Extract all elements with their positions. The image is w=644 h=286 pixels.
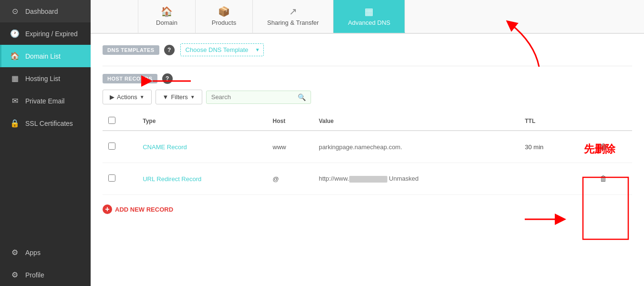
- row1-checkbox-cell: [103, 131, 137, 163]
- row2-value-prefix: http://www.: [319, 175, 349, 182]
- sidebar-item-profile[interactable]: ⚙ Profile: [0, 264, 91, 286]
- row2-type[interactable]: URL Redirect Record: [137, 163, 267, 195]
- row1-checkbox[interactable]: [108, 143, 115, 150]
- clock-icon: 🕐: [10, 29, 20, 38]
- tab-dns-label: Advanced DNS: [348, 19, 390, 26]
- dns-templates-section: DNS TEMPLATES ? Choose DNS Template: [103, 43, 632, 56]
- filters-caret-icon: ▼: [190, 94, 195, 100]
- tab-domain-label: Domain: [156, 19, 177, 26]
- row1-delete-cell: 🗑: [575, 131, 632, 163]
- sidebar-item-dashboard-label: Dashboard: [25, 8, 58, 15]
- row1-type[interactable]: CNAME Record: [137, 131, 267, 163]
- row1-value: parkingpage.namecheap.com.: [313, 131, 519, 163]
- sidebar-item-private-email[interactable]: ✉ Private Email: [0, 90, 91, 112]
- row1-host: www: [267, 131, 313, 163]
- table-col-value: Value: [313, 112, 519, 131]
- domain-tab-icon: 🏠: [161, 6, 173, 17]
- profile-icon: ⚙: [10, 270, 20, 279]
- main-content: 🏠 Domain 📦 Products ↗ Sharing & Transfer…: [91, 0, 644, 286]
- add-circle-icon: +: [103, 204, 112, 214]
- table-col-type: Type: [137, 112, 267, 131]
- table-col-ttl: TTL: [519, 112, 575, 131]
- sidebar-item-expiring[interactable]: 🕐 Expiring / Expired: [0, 22, 91, 45]
- row2-checkbox[interactable]: [108, 174, 115, 182]
- filter-icon: ▼: [163, 93, 169, 101]
- actions-caret-icon: ▼: [140, 94, 145, 100]
- dns-templates-header: DNS TEMPLATES ? Choose DNS Template: [103, 43, 632, 56]
- select-all-checkbox[interactable]: [108, 117, 115, 124]
- table-col-actions: [575, 112, 632, 131]
- server-icon: ▦: [10, 74, 20, 83]
- lock-icon: 🔒: [10, 119, 20, 128]
- row2-ttl: [519, 163, 575, 195]
- host-records-badge: HOST RECORDS: [103, 74, 157, 83]
- dns-templates-help-icon[interactable]: ?: [164, 45, 175, 55]
- play-icon: ▶: [110, 93, 114, 101]
- tab-advanced-dns[interactable]: ▦ Advanced DNS: [333, 0, 405, 33]
- row2-value-suffix: Unmasked: [387, 175, 419, 182]
- sidebar-item-apps-label: Apps: [25, 249, 41, 256]
- table-row: CNAME Record www parkingpage.namecheap.c…: [103, 131, 632, 163]
- sidebar-item-ssl-label: SSL Certificates: [25, 120, 73, 127]
- add-record-row: + ADD NEW RECORD: [103, 197, 632, 219]
- row2-checkbox-cell: [103, 163, 137, 195]
- dns-tab-icon: ▦: [364, 6, 374, 17]
- dns-template-select-wrapper: Choose DNS Template: [180, 43, 264, 56]
- records-toolbar: ▶ Actions ▼ ▼ Filters ▼ 🔍: [103, 90, 632, 104]
- sidebar-item-expiring-label: Expiring / Expired: [25, 30, 78, 38]
- sidebar-item-domain-list-label: Domain List: [25, 52, 61, 60]
- sidebar-item-profile-label: Profile: [25, 271, 44, 279]
- sidebar-item-email-label: Private Email: [25, 97, 64, 105]
- host-records-section: HOST RECORDS ? ▶ Actions ▼ ▼ Filters ▼ 🔍: [103, 73, 632, 219]
- search-box: 🔍: [206, 91, 311, 104]
- filters-button[interactable]: ▼ Filters ▼: [156, 90, 202, 104]
- dns-template-select[interactable]: Choose DNS Template: [180, 43, 264, 56]
- records-table: Type Host Value TTL CNAME Record www par…: [103, 112, 632, 195]
- row2-blurred-domain: [349, 176, 387, 183]
- sidebar: ⊙ Dashboard 🕐 Expiring / Expired 🏠 Domai…: [0, 0, 91, 286]
- email-icon: ✉: [10, 96, 20, 105]
- tab-domain[interactable]: 🏠 Domain: [138, 0, 196, 33]
- search-icon: 🔍: [298, 93, 306, 101]
- apps-icon: ⚙: [10, 248, 20, 257]
- tab-sharing-label: Sharing & Transfer: [267, 19, 319, 26]
- tab-sharing-transfer[interactable]: ↗ Sharing & Transfer: [253, 0, 333, 33]
- tab-empty: [91, 0, 138, 33]
- host-records-help-icon[interactable]: ?: [162, 73, 173, 84]
- dashboard-icon: ⊙: [10, 7, 20, 16]
- actions-label: Actions: [117, 93, 137, 101]
- actions-button[interactable]: ▶ Actions ▼: [103, 90, 152, 104]
- table-header: Type Host Value TTL: [103, 112, 632, 131]
- sidebar-item-hosting-label: Hosting List: [25, 75, 60, 82]
- sidebar-item-domain-list[interactable]: 🏠 Domain List: [0, 45, 91, 67]
- search-input[interactable]: [211, 93, 298, 101]
- divider-1: [103, 66, 632, 66]
- row2-host: @: [267, 163, 313, 195]
- sidebar-item-hosting-list[interactable]: ▦ Hosting List: [0, 67, 91, 90]
- dns-templates-badge: DNS TEMPLATES: [103, 45, 159, 55]
- row2-delete-cell: 🗑: [575, 163, 632, 195]
- row2-value: http://www. Unmasked: [313, 163, 519, 195]
- filters-label: Filters: [171, 93, 187, 101]
- add-record-label: ADD NEW RECORD: [115, 206, 173, 213]
- tab-products[interactable]: 📦 Products: [196, 0, 253, 33]
- add-new-record-button[interactable]: + ADD NEW RECORD: [103, 199, 173, 217]
- sharing-tab-icon: ↗: [289, 6, 297, 17]
- tab-products-label: Products: [212, 19, 236, 26]
- sidebar-item-ssl[interactable]: 🔒 SSL Certificates: [0, 112, 91, 134]
- row1-ttl: 30 min: [519, 131, 575, 163]
- row1-delete-button[interactable]: 🗑: [591, 138, 616, 156]
- sidebar-item-apps[interactable]: ⚙ Apps: [0, 241, 91, 264]
- table-col-checkbox: [103, 112, 137, 131]
- page-content: DNS TEMPLATES ? Choose DNS Template HOST…: [91, 34, 644, 238]
- table-body: CNAME Record www parkingpage.namecheap.c…: [103, 131, 632, 195]
- sidebar-item-dashboard[interactable]: ⊙ Dashboard: [0, 0, 91, 22]
- tab-bar: 🏠 Domain 📦 Products ↗ Sharing & Transfer…: [91, 0, 644, 34]
- row2-delete-button[interactable]: 🗑: [591, 170, 616, 188]
- host-records-header: HOST RECORDS ?: [103, 73, 632, 84]
- products-tab-icon: 📦: [218, 6, 230, 17]
- table-row: URL Redirect Record @ http://www. Unmask…: [103, 163, 632, 195]
- table-col-host: Host: [267, 112, 313, 131]
- home-icon: 🏠: [10, 51, 20, 61]
